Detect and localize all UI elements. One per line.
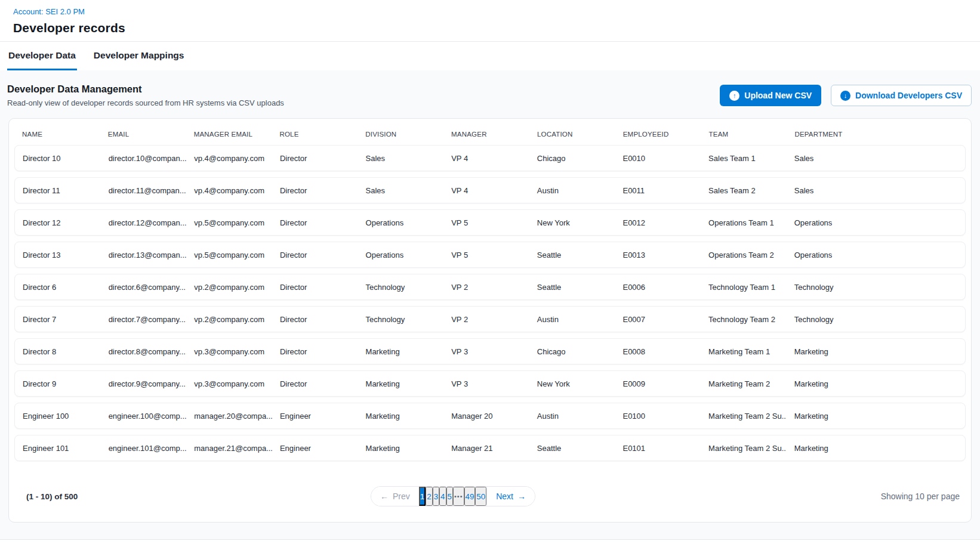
table-row: Director 7director.7@company....vp.2@com… bbox=[14, 306, 966, 332]
column-header: DIVISION bbox=[358, 131, 443, 138]
table-cell: Austin bbox=[529, 315, 615, 324]
table-cell: Director bbox=[272, 315, 358, 324]
table-cell: Sales bbox=[358, 154, 444, 163]
pagination-page[interactable]: 5 bbox=[446, 487, 453, 506]
table-cell: vp.5@company.com bbox=[186, 218, 272, 227]
pagination-page[interactable]: 49 bbox=[464, 487, 476, 506]
column-header: MANAGER bbox=[443, 131, 529, 138]
table-cell: Engineer 101 bbox=[15, 444, 101, 453]
column-header: ROLE bbox=[272, 131, 358, 138]
per-page-text: Showing 10 per page bbox=[881, 492, 962, 501]
table-cell: Director bbox=[272, 283, 358, 292]
table-cell: E0007 bbox=[615, 315, 701, 324]
table-cell: New York bbox=[529, 218, 615, 227]
section-header-text: Developer Data Management Read-only view… bbox=[7, 84, 284, 107]
table-cell: Marketing Team 2 Su... bbox=[701, 412, 787, 421]
download-csv-label: Download Developers CSV bbox=[855, 91, 962, 100]
table-cell: VP 4 bbox=[443, 154, 529, 163]
tab-developer-mappings[interactable]: Developer Mappings bbox=[93, 42, 186, 70]
table-cell: director.8@company.... bbox=[101, 347, 187, 356]
pagination-next-button[interactable]: Next → bbox=[486, 487, 535, 506]
table-cell: Sales bbox=[358, 186, 444, 195]
table-cell: Marketing Team 1 bbox=[701, 347, 787, 356]
table-cell: Sales bbox=[787, 154, 965, 163]
pagination-page[interactable]: 50 bbox=[475, 487, 486, 506]
table-cell: director.11@compan... bbox=[101, 186, 187, 195]
tab-developer-data[interactable]: Developer Data bbox=[7, 42, 77, 70]
table-row: Director 10director.10@compan...vp.4@com… bbox=[14, 145, 966, 171]
table-cell: Marketing bbox=[358, 379, 444, 388]
upload-csv-button[interactable]: ↑ Upload New CSV bbox=[720, 85, 821, 106]
table-cell: Technology bbox=[358, 283, 444, 292]
table-cell: Chicago bbox=[529, 347, 615, 356]
table-cell: vp.4@company.com bbox=[186, 154, 272, 163]
table-cell: Technology bbox=[787, 283, 965, 292]
table-cell: Chicago bbox=[529, 154, 615, 163]
download-csv-button[interactable]: ↓ Download Developers CSV bbox=[831, 85, 972, 106]
pagination-page[interactable]: 2 bbox=[426, 487, 432, 506]
upload-icon: ↑ bbox=[729, 91, 739, 101]
table-row: Director 12director.12@compan...vp.5@com… bbox=[14, 209, 966, 236]
top-header: Account: SEI 2.0 PM Developer records bbox=[0, 0, 980, 41]
table-cell: Operations Team 2 bbox=[701, 251, 787, 259]
table-cell: Director 12 bbox=[15, 218, 101, 227]
table-cell: manager.21@compa... bbox=[186, 444, 272, 453]
table-cell: Marketing bbox=[358, 412, 444, 421]
table-cell: Seattle bbox=[529, 251, 615, 259]
table-cell: Manager 21 bbox=[443, 444, 529, 453]
table-cell: director.12@compan... bbox=[101, 218, 187, 227]
table-cell: Sales bbox=[787, 186, 965, 195]
table-cell: vp.2@company.com bbox=[186, 315, 272, 324]
developer-table-card: NAMEEMAILMANAGER EMAILROLEDIVISIONMANAGE… bbox=[8, 118, 972, 523]
table-cell: E0009 bbox=[615, 379, 701, 388]
table-cell: VP 3 bbox=[443, 347, 529, 356]
section-subtitle: Read-only view of developer records sour… bbox=[7, 98, 284, 107]
table-cell: Director bbox=[272, 154, 358, 163]
table-header-row: NAMEEMAILMANAGER EMAILROLEDIVISIONMANAGE… bbox=[14, 121, 966, 145]
table-cell: Director bbox=[272, 347, 358, 356]
tab-bar: Developer Data Developer Mappings bbox=[0, 41, 980, 70]
table-row: Director 13director.13@compan...vp.5@com… bbox=[14, 242, 966, 268]
table-cell: director.7@company.... bbox=[101, 315, 187, 324]
table-cell: VP 5 bbox=[443, 218, 529, 227]
table-cell: engineer.100@comp... bbox=[101, 412, 187, 421]
table-cell: Director 11 bbox=[15, 186, 101, 195]
table-cell: E0008 bbox=[615, 347, 701, 356]
table-cell: Technology Team 1 bbox=[701, 283, 787, 292]
table-cell: VP 3 bbox=[443, 379, 529, 388]
table-cell: Director bbox=[272, 251, 358, 259]
table-cell: E0006 bbox=[615, 283, 701, 292]
table-cell: Technology bbox=[358, 315, 444, 324]
table-cell: vp.4@company.com bbox=[186, 186, 272, 195]
table-cell: Engineer bbox=[272, 412, 358, 421]
column-header: NAME bbox=[14, 131, 100, 138]
pagination-prev-button[interactable]: ← Prev bbox=[371, 487, 419, 506]
table-cell: Austin bbox=[529, 186, 615, 195]
page-title: Developer records bbox=[13, 21, 966, 35]
table-cell: VP 2 bbox=[443, 283, 529, 292]
table-cell: Director 6 bbox=[15, 283, 101, 292]
table-cell: Austin bbox=[529, 412, 615, 421]
pagination-page[interactable]: 1 bbox=[419, 487, 426, 506]
table-cell: Marketing bbox=[358, 347, 444, 356]
upload-csv-label: Upload New CSV bbox=[744, 91, 812, 100]
table-cell: New York bbox=[529, 379, 615, 388]
table-cell: Marketing bbox=[787, 412, 965, 421]
table-cell: E0011 bbox=[615, 186, 701, 195]
table-cell: Marketing Team 2 bbox=[701, 379, 787, 388]
toolbar: ↑ Upload New CSV ↓ Download Developers C… bbox=[720, 85, 972, 106]
table-cell: VP 2 bbox=[443, 315, 529, 324]
table-cell: VP 4 bbox=[443, 186, 529, 195]
section-header: Developer Data Management Read-only view… bbox=[0, 70, 980, 118]
column-header: DEPARTMENT bbox=[787, 131, 966, 138]
table-cell: Director 8 bbox=[15, 347, 101, 356]
account-link[interactable]: Account: SEI 2.0 PM bbox=[13, 7, 85, 16]
table-cell: engineer.101@comp... bbox=[101, 444, 187, 453]
table-cell: Director bbox=[272, 218, 358, 227]
table-cell: Director bbox=[272, 186, 358, 195]
pagination-page[interactable]: 4 bbox=[439, 487, 446, 506]
table-cell: Technology bbox=[787, 315, 965, 324]
table-cell: vp.5@company.com bbox=[186, 251, 272, 259]
table-row: Director 6director.6@company....vp.2@com… bbox=[14, 274, 966, 300]
pagination-page[interactable]: 3 bbox=[433, 487, 439, 506]
